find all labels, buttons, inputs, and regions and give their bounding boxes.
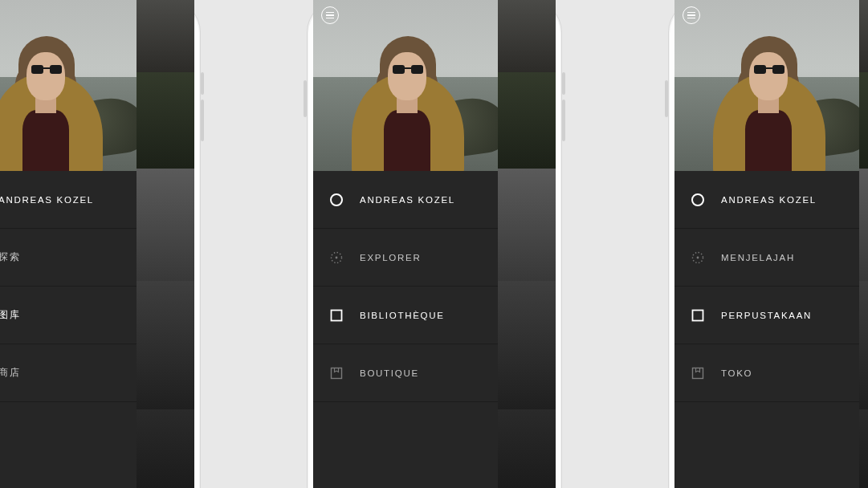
phone-screen: ANDREAS KOZEL EXPLORER BIBLIOTHÈQUE [313, 0, 556, 488]
feed-background [859, 0, 868, 488]
sidebar-item-label: PERPUSTAKAAN [721, 311, 812, 320]
svg-rect-18 [332, 310, 342, 320]
sidebar-drawer: ANDREAS KOZEL EXPLORER BIBLIOTHÈQUE [313, 0, 498, 488]
sidebar-item-label: ANDREAS KOZEL [0, 195, 94, 205]
menu-icon[interactable] [321, 6, 339, 24]
dotted-circle-icon [328, 250, 345, 265]
phone-mockup: ANDREAS KOZEL MENJELAJAH PERPUSTAKAAN [668, 0, 868, 488]
sidebar-item-profile[interactable]: ANDREAS KOZEL [0, 171, 137, 229]
phone-mockup: ANDREAS KOZEL EXPLORER BIBLIOTHÈQUE [307, 0, 562, 488]
sidebar-item-label: ANDREAS KOZEL [721, 195, 817, 205]
sidebar-item-label: 探索 [0, 251, 20, 263]
sidebar-item-label: MENJELAJAH [721, 253, 795, 262]
svg-rect-34 [693, 368, 703, 378]
svg-point-32 [697, 256, 699, 258]
sidebar-item-label: EXPLORER [360, 253, 421, 262]
dotted-circle-icon [689, 250, 707, 265]
sidebar-item-label: BOUTIQUE [360, 368, 419, 378]
menu-icon[interactable] [683, 6, 700, 24]
svg-point-30 [692, 194, 703, 205]
square-icon [689, 309, 707, 322]
sidebar-item-label: BIBLIOTHÈQUE [360, 311, 445, 320]
phone-mockup: ANDREAS KOZEL 探索 图库 [0, 0, 201, 488]
svg-point-15 [331, 194, 342, 205]
sidebar-item-store[interactable]: TOKO [674, 344, 859, 402]
svg-point-17 [336, 256, 338, 258]
sidebar-item-profile[interactable]: ANDREAS KOZEL [313, 171, 498, 229]
sidebar-item-store[interactable]: 商店 [0, 344, 137, 402]
square-icon [328, 309, 345, 322]
avatar [674, 0, 859, 171]
feed-background [137, 0, 194, 488]
bookmark-square-icon [328, 367, 345, 380]
circle-icon [689, 193, 707, 207]
avatar [313, 0, 498, 171]
phone-screen: ANDREAS KOZEL MENJELAJAH PERPUSTAKAAN [674, 0, 868, 488]
sidebar-item-library[interactable]: 图库 [0, 287, 137, 344]
sidebar-item-library[interactable]: BIBLIOTHÈQUE [313, 287, 498, 344]
sidebar-drawer: ANDREAS KOZEL 探索 图库 [0, 0, 137, 488]
svg-rect-33 [693, 310, 703, 320]
circle-icon [328, 193, 345, 207]
sidebar-drawer: ANDREAS KOZEL MENJELAJAH PERPUSTAKAAN [674, 0, 859, 488]
bookmark-square-icon [689, 367, 707, 380]
sidebar-item-label: ANDREAS KOZEL [360, 195, 455, 205]
sidebar-item-label: 商店 [0, 367, 20, 379]
sidebar-item-explore[interactable]: 探索 [0, 229, 137, 287]
phone-screen: ANDREAS KOZEL 探索 图库 [0, 0, 194, 488]
svg-rect-19 [332, 368, 342, 378]
sidebar-item-explore[interactable]: EXPLORER [313, 229, 498, 287]
sidebar-item-library[interactable]: PERPUSTAKAAN [674, 287, 859, 344]
sidebar-item-label: 图库 [0, 309, 20, 321]
sidebar-item-profile[interactable]: ANDREAS KOZEL [674, 171, 859, 229]
sidebar-item-store[interactable]: BOUTIQUE [313, 344, 498, 402]
sidebar-item-label: TOKO [721, 368, 752, 378]
sidebar-item-explore[interactable]: MENJELAJAH [674, 229, 859, 287]
avatar [0, 0, 137, 171]
feed-background [498, 0, 556, 488]
